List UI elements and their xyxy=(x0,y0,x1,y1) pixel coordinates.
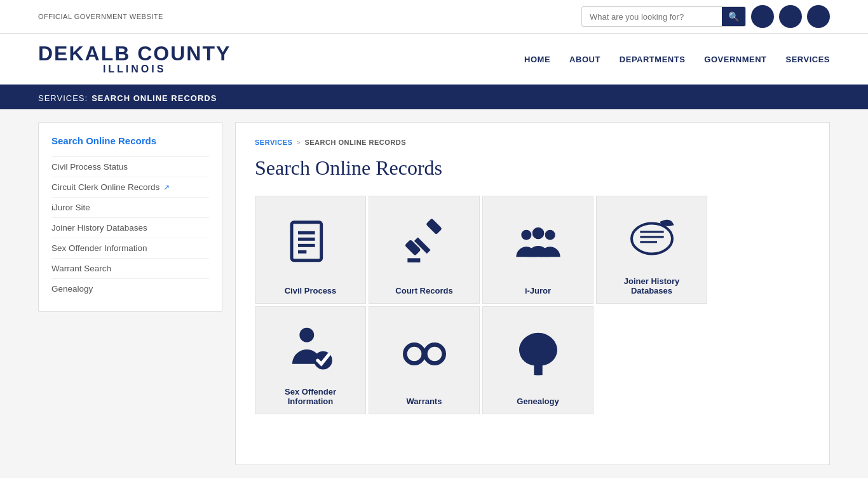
joiner-icon xyxy=(627,206,677,271)
search-bar[interactable]: 🔍 xyxy=(581,6,746,27)
card-court-records[interactable]: Court Records xyxy=(369,196,480,304)
sidebar-item-joiner[interactable]: Joiner History Databases xyxy=(51,217,209,238)
breadcrumb-label: SERVICES: xyxy=(38,93,88,103)
header: DEKALB COUNTY ILLINOIS HOME ABOUT DEPART… xyxy=(0,34,868,87)
svg-marker-0 xyxy=(787,12,794,21)
youtube-icon[interactable] xyxy=(779,5,802,28)
card-warrants[interactable]: Warrants xyxy=(369,306,480,414)
logo-county: DEKALB COUNTY xyxy=(38,43,231,64)
card-genealogy-label: Genealogy xyxy=(517,396,559,406)
warrants-icon xyxy=(399,316,450,391)
nav-government[interactable]: GOVERNMENT xyxy=(704,55,766,64)
svg-point-10 xyxy=(521,230,531,240)
inner-breadcrumb: SERVICES > SEARCH ONLINE RECORDS xyxy=(255,139,810,146)
card-warrants-label: Warrants xyxy=(407,396,442,406)
svg-point-12 xyxy=(532,227,544,240)
card-genealogy[interactable]: Genealogy xyxy=(482,306,593,414)
cards-row2: Sex Offender Information Warrants xyxy=(255,306,810,414)
top-right-controls: 🔍 xyxy=(581,5,830,28)
card-joiner-label: Joiner History Databases xyxy=(603,276,700,295)
card-sex-offender-label: Sex Offender Information xyxy=(262,387,359,406)
svg-point-11 xyxy=(545,230,555,240)
card-joiner[interactable]: Joiner History Databases xyxy=(596,196,707,304)
nav-about[interactable]: ABOUT xyxy=(569,55,600,64)
facebook-icon[interactable] xyxy=(751,5,774,28)
svg-point-13 xyxy=(632,224,672,254)
sidebar: Search Online Records Civil Process Stat… xyxy=(38,122,222,312)
card-civil-process-label: Civil Process xyxy=(285,286,337,295)
breadcrumb-bar: SERVICES: SEARCH ONLINE RECORDS xyxy=(0,87,868,109)
breadcrumb-page: SEARCH ONLINE RECORDS xyxy=(304,139,406,146)
nav-departments[interactable]: DEPARTMENTS xyxy=(620,55,685,64)
sidebar-item-ijuror[interactable]: iJuror Site xyxy=(51,197,209,217)
sidebar-item-genealogy[interactable]: Genealogy xyxy=(51,278,209,299)
cards-row1: Civil Process Court Records xyxy=(255,196,810,304)
content-area: Search Online Records Civil Process Stat… xyxy=(0,109,868,478)
card-civil-process[interactable]: Civil Process xyxy=(255,196,366,304)
main-nav: HOME ABOUT DEPARTMENTS GOVERNMENT SERVIC… xyxy=(524,55,830,64)
logo-area[interactable]: DEKALB COUNTY ILLINOIS xyxy=(38,43,231,75)
breadcrumb-services-link[interactable]: SERVICES xyxy=(255,139,292,146)
card-sex-offender[interactable]: Sex Offender Information xyxy=(255,306,366,414)
court-records-icon xyxy=(399,206,450,281)
search-input[interactable] xyxy=(582,8,722,25)
svg-point-17 xyxy=(299,327,314,342)
sidebar-item-warrant[interactable]: Warrant Search xyxy=(51,258,209,278)
sex-offender-icon xyxy=(287,316,334,382)
ijuror-icon xyxy=(513,206,564,281)
main-content: SERVICES > SEARCH ONLINE RECORDS Search … xyxy=(235,122,830,465)
svg-point-20 xyxy=(425,344,444,363)
svg-rect-1 xyxy=(292,222,322,261)
logo-state: ILLINOIS xyxy=(38,64,231,75)
sidebar-item-civil-process[interactable]: Civil Process Status xyxy=(51,156,209,177)
civil-process-icon xyxy=(285,206,336,281)
card-ijuror[interactable]: i-Juror xyxy=(482,196,593,304)
sidebar-item-circuit-clerk[interactable]: Circuit Clerk Online Records ↗ xyxy=(51,177,209,197)
official-text: OFFICIAL GOVERNMENT WEBSITE xyxy=(38,13,163,20)
sidebar-title[interactable]: Search Online Records xyxy=(51,135,209,146)
top-bar: OFFICIAL GOVERNMENT WEBSITE 🔍 xyxy=(0,0,868,34)
breadcrumb-separator: > xyxy=(296,139,301,146)
genealogy-icon xyxy=(513,316,564,391)
card-court-records-label: Court Records xyxy=(395,286,452,295)
microphone-icon[interactable] xyxy=(807,5,830,28)
sidebar-item-sex-offender[interactable]: Sex Offender Information xyxy=(51,238,209,258)
nav-services[interactable]: SERVICES xyxy=(785,55,830,64)
svg-point-19 xyxy=(405,344,423,363)
nav-home[interactable]: HOME xyxy=(524,55,550,64)
external-link-icon: ↗ xyxy=(163,183,170,192)
breadcrumb-current: SEARCH ONLINE RECORDS xyxy=(92,93,217,103)
card-ijuror-label: i-Juror xyxy=(525,286,551,295)
search-button[interactable]: 🔍 xyxy=(722,7,745,26)
page-title: Search Online Records xyxy=(255,156,810,180)
svg-rect-6 xyxy=(426,218,442,234)
